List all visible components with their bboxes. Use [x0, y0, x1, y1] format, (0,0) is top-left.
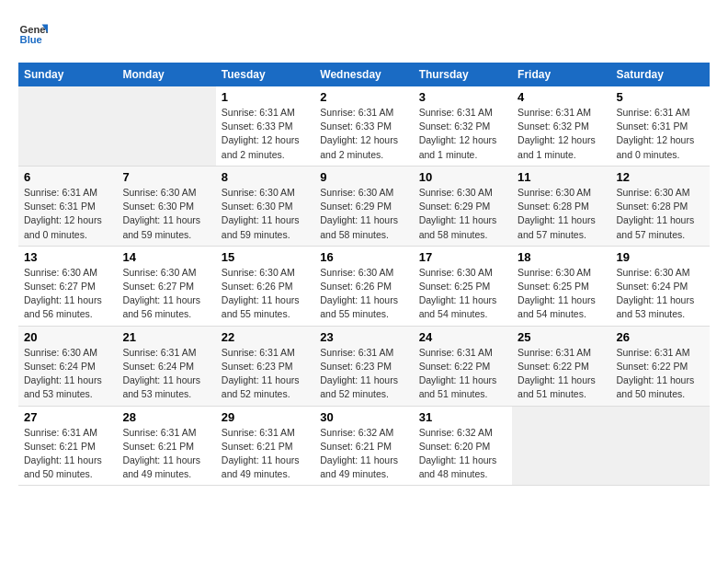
calendar-cell: 14Sunrise: 6:30 AMSunset: 6:27 PMDayligh… — [117, 246, 215, 326]
day-info: Sunrise: 6:31 AMSunset: 6:32 PMDaylight:… — [518, 106, 605, 162]
day-info: Sunrise: 6:30 AMSunset: 6:30 PMDaylight:… — [222, 186, 309, 242]
day-number: 28 — [122, 410, 210, 424]
day-info: Sunrise: 6:30 AMSunset: 6:29 PMDaylight:… — [419, 186, 506, 242]
calendar-cell: 3Sunrise: 6:31 AMSunset: 6:32 PMDaylight… — [414, 86, 512, 166]
page-header: General Blue — [18, 18, 710, 48]
day-info: Sunrise: 6:31 AMSunset: 6:21 PMDaylight:… — [222, 426, 309, 482]
day-number: 10 — [419, 170, 506, 184]
logo: General Blue — [18, 18, 48, 48]
day-number: 30 — [320, 410, 407, 424]
day-header-saturday: Saturday — [611, 63, 710, 86]
day-info: Sunrise: 6:31 AMSunset: 6:23 PMDaylight:… — [320, 346, 407, 402]
day-number: 6 — [24, 170, 111, 184]
day-info: Sunrise: 6:30 AMSunset: 6:25 PMDaylight:… — [518, 266, 605, 322]
calendar-cell: 25Sunrise: 6:31 AMSunset: 6:22 PMDayligh… — [512, 326, 610, 406]
day-number: 4 — [518, 90, 605, 104]
day-number: 3 — [419, 90, 506, 104]
day-info: Sunrise: 6:31 AMSunset: 6:24 PMDaylight:… — [122, 346, 210, 402]
day-number: 18 — [518, 250, 605, 264]
day-info: Sunrise: 6:31 AMSunset: 6:31 PMDaylight:… — [617, 106, 704, 162]
calendar-cell: 20Sunrise: 6:30 AMSunset: 6:24 PMDayligh… — [18, 326, 117, 406]
day-number: 15 — [222, 250, 309, 264]
day-info: Sunrise: 6:31 AMSunset: 6:22 PMDaylight:… — [419, 346, 506, 402]
day-number: 5 — [617, 90, 704, 104]
day-number: 11 — [518, 170, 605, 184]
calendar-cell: 12Sunrise: 6:30 AMSunset: 6:28 PMDayligh… — [611, 166, 710, 246]
calendar-cell: 31Sunrise: 6:32 AMSunset: 6:20 PMDayligh… — [414, 406, 512, 486]
calendar-cell: 19Sunrise: 6:30 AMSunset: 6:24 PMDayligh… — [611, 246, 710, 326]
day-info: Sunrise: 6:31 AMSunset: 6:33 PMDaylight:… — [320, 106, 407, 162]
day-number: 12 — [617, 170, 704, 184]
day-info: Sunrise: 6:30 AMSunset: 6:28 PMDaylight:… — [518, 186, 605, 242]
calendar-cell: 2Sunrise: 6:31 AMSunset: 6:33 PMDaylight… — [314, 86, 413, 166]
day-info: Sunrise: 6:31 AMSunset: 6:22 PMDaylight:… — [518, 346, 605, 402]
calendar-cell: 8Sunrise: 6:30 AMSunset: 6:30 PMDaylight… — [216, 166, 314, 246]
day-info: Sunrise: 6:31 AMSunset: 6:21 PMDaylight:… — [24, 426, 111, 482]
day-info: Sunrise: 6:30 AMSunset: 6:24 PMDaylight:… — [617, 266, 704, 322]
day-info: Sunrise: 6:30 AMSunset: 6:26 PMDaylight:… — [320, 266, 407, 322]
calendar-week-1: 1Sunrise: 6:31 AMSunset: 6:33 PMDaylight… — [18, 86, 710, 166]
day-number: 8 — [222, 170, 309, 184]
day-number: 26 — [617, 330, 704, 344]
calendar-week-3: 13Sunrise: 6:30 AMSunset: 6:27 PMDayligh… — [18, 246, 710, 326]
calendar-cell: 6Sunrise: 6:31 AMSunset: 6:31 PMDaylight… — [18, 166, 117, 246]
day-number: 9 — [320, 170, 407, 184]
day-number: 13 — [24, 250, 111, 264]
day-number: 20 — [24, 330, 111, 344]
calendar-cell: 11Sunrise: 6:30 AMSunset: 6:28 PMDayligh… — [512, 166, 610, 246]
day-header-friday: Friday — [512, 63, 610, 86]
day-number: 24 — [419, 330, 506, 344]
calendar-cell: 26Sunrise: 6:31 AMSunset: 6:22 PMDayligh… — [611, 326, 710, 406]
day-number: 19 — [617, 250, 704, 264]
day-number: 22 — [222, 330, 309, 344]
calendar-cell: 16Sunrise: 6:30 AMSunset: 6:26 PMDayligh… — [314, 246, 413, 326]
calendar-cell: 4Sunrise: 6:31 AMSunset: 6:32 PMDaylight… — [512, 86, 610, 166]
calendar-cell: 21Sunrise: 6:31 AMSunset: 6:24 PMDayligh… — [117, 326, 215, 406]
day-number: 14 — [122, 250, 210, 264]
calendar-week-5: 27Sunrise: 6:31 AMSunset: 6:21 PMDayligh… — [18, 406, 710, 486]
day-info: Sunrise: 6:30 AMSunset: 6:27 PMDaylight:… — [122, 266, 210, 322]
day-number: 23 — [320, 330, 407, 344]
day-number: 17 — [419, 250, 506, 264]
day-info: Sunrise: 6:31 AMSunset: 6:21 PMDaylight:… — [122, 426, 210, 482]
calendar-cell: 22Sunrise: 6:31 AMSunset: 6:23 PMDayligh… — [216, 326, 314, 406]
calendar-cell — [611, 406, 710, 486]
calendar-cell: 15Sunrise: 6:30 AMSunset: 6:26 PMDayligh… — [216, 246, 314, 326]
calendar-cell: 1Sunrise: 6:31 AMSunset: 6:33 PMDaylight… — [216, 86, 314, 166]
calendar-header-row: SundayMondayTuesdayWednesdayThursdayFrid… — [18, 63, 710, 86]
day-header-monday: Monday — [117, 63, 215, 86]
calendar-cell — [117, 86, 215, 166]
day-info: Sunrise: 6:30 AMSunset: 6:24 PMDaylight:… — [24, 346, 111, 402]
day-info: Sunrise: 6:31 AMSunset: 6:32 PMDaylight:… — [419, 106, 506, 162]
day-info: Sunrise: 6:31 AMSunset: 6:31 PMDaylight:… — [24, 186, 111, 242]
day-header-sunday: Sunday — [18, 63, 117, 86]
logo-icon: General Blue — [18, 18, 48, 48]
calendar-cell: 18Sunrise: 6:30 AMSunset: 6:25 PMDayligh… — [512, 246, 610, 326]
calendar-cell: 7Sunrise: 6:30 AMSunset: 6:30 PMDaylight… — [117, 166, 215, 246]
day-info: Sunrise: 6:32 AMSunset: 6:20 PMDaylight:… — [419, 426, 506, 482]
day-number: 25 — [518, 330, 605, 344]
day-number: 21 — [122, 330, 210, 344]
calendar-cell: 27Sunrise: 6:31 AMSunset: 6:21 PMDayligh… — [18, 406, 117, 486]
day-header-wednesday: Wednesday — [314, 63, 413, 86]
day-info: Sunrise: 6:31 AMSunset: 6:33 PMDaylight:… — [222, 106, 309, 162]
calendar-table: SundayMondayTuesdayWednesdayThursdayFrid… — [18, 63, 710, 486]
day-header-tuesday: Tuesday — [216, 63, 314, 86]
day-info: Sunrise: 6:30 AMSunset: 6:30 PMDaylight:… — [122, 186, 210, 242]
day-number: 31 — [419, 410, 506, 424]
day-info: Sunrise: 6:30 AMSunset: 6:27 PMDaylight:… — [24, 266, 111, 322]
calendar-cell — [512, 406, 610, 486]
day-number: 16 — [320, 250, 407, 264]
calendar-cell: 24Sunrise: 6:31 AMSunset: 6:22 PMDayligh… — [414, 326, 512, 406]
calendar-cell: 10Sunrise: 6:30 AMSunset: 6:29 PMDayligh… — [414, 166, 512, 246]
day-number: 29 — [222, 410, 309, 424]
calendar-cell: 9Sunrise: 6:30 AMSunset: 6:29 PMDaylight… — [314, 166, 413, 246]
calendar-cell: 28Sunrise: 6:31 AMSunset: 6:21 PMDayligh… — [117, 406, 215, 486]
day-info: Sunrise: 6:32 AMSunset: 6:21 PMDaylight:… — [320, 426, 407, 482]
calendar-cell: 23Sunrise: 6:31 AMSunset: 6:23 PMDayligh… — [314, 326, 413, 406]
day-info: Sunrise: 6:31 AMSunset: 6:22 PMDaylight:… — [617, 346, 704, 402]
svg-text:Blue: Blue — [20, 34, 42, 45]
calendar-week-2: 6Sunrise: 6:31 AMSunset: 6:31 PMDaylight… — [18, 166, 710, 246]
calendar-cell — [18, 86, 117, 166]
day-info: Sunrise: 6:31 AMSunset: 6:23 PMDaylight:… — [222, 346, 309, 402]
